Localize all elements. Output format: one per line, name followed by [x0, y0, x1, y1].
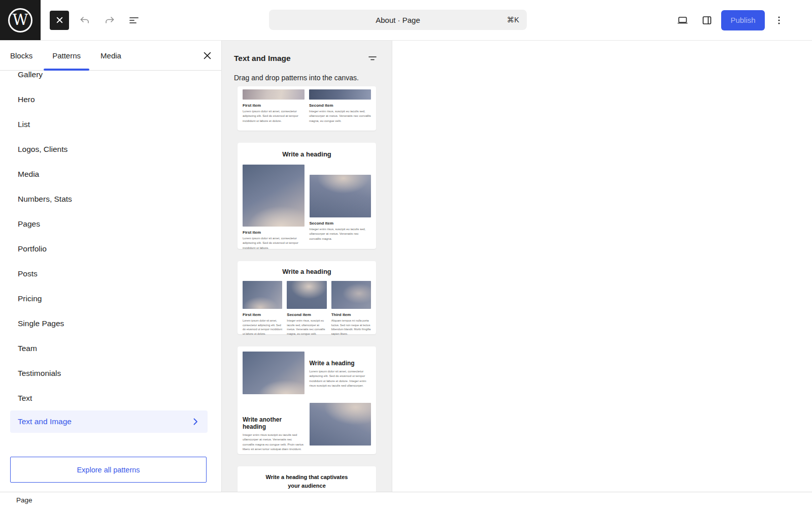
options-menu-button[interactable]	[769, 10, 789, 30]
category-text[interactable]: Text	[0, 386, 221, 410]
pattern-preview-image	[287, 281, 326, 309]
redo-icon	[104, 14, 116, 26]
kebab-menu-icon	[773, 14, 785, 26]
category-team[interactable]: Team	[0, 336, 221, 361]
category-posts[interactable]: Posts	[0, 261, 221, 286]
close-icon	[55, 16, 64, 24]
pattern-card-heading-three-columns[interactable]: Write a heading First item Lorem ipsum d…	[238, 261, 376, 334]
pattern-preview-image	[243, 165, 304, 227]
pattern-preview-image	[243, 352, 304, 394]
patterns-panel-header: Text and Image Drag and drop patterns in…	[222, 41, 392, 82]
preview-heading: Write a heading	[243, 268, 371, 275]
preview-item-text: Aliquam tempus mi nulla porta luctus. Se…	[331, 319, 371, 336]
settings-panel-toggle[interactable]	[697, 10, 717, 30]
editor-footer: Page	[0, 492, 812, 508]
patterns-panel-subtitle: Drag and drop patterns into the canvas.	[234, 74, 380, 82]
category-text-and-image-selected[interactable]: Text and Image	[10, 410, 208, 433]
redo-button[interactable]	[99, 10, 120, 30]
patterns-panel-title: Text and Image	[234, 54, 291, 63]
preview-heading: Write a heading	[243, 150, 371, 158]
pattern-preview-image	[243, 89, 304, 100]
command-shortcut: ⌘K	[507, 16, 519, 24]
preview-heading: Write a heading that captivates your aud…	[261, 473, 353, 490]
editor-window: W Abou	[0, 0, 812, 508]
editor-canvas[interactable]	[392, 41, 812, 492]
category-pricing[interactable]: Pricing	[0, 286, 221, 311]
topbar-right-cluster: Publish	[672, 0, 789, 40]
document-overview-button[interactable]	[124, 10, 144, 30]
pattern-category-list: Gallery Hero List Logos, Clients Media N…	[0, 71, 221, 492]
preview-item-text: Lorem ipsum dolor sit amet, consectetur …	[243, 319, 282, 336]
pattern-preview-image	[243, 281, 282, 309]
undo-icon	[79, 14, 91, 26]
category-portfolio[interactable]: Portfolio	[0, 236, 221, 261]
top-toolbar: W Abou	[0, 0, 812, 41]
category-gallery[interactable]: Gallery	[0, 71, 221, 87]
pattern-card-alternating-rows[interactable]: Write a heading Lorem ipsum dolor sit am…	[238, 346, 376, 454]
pattern-preview-image	[331, 281, 371, 309]
preview-item-heading: Second item	[310, 221, 371, 226]
category-list[interactable]: List	[0, 112, 221, 137]
category-media[interactable]: Media	[0, 162, 221, 186]
preview-item-text: Lorem ipsum dolor sit amet, consectetur …	[243, 109, 304, 123]
list-view-icon	[128, 14, 140, 26]
tab-patterns[interactable]: Patterns	[44, 41, 89, 70]
preview-item-heading: First item	[243, 312, 282, 317]
close-sidebar-button[interactable]	[199, 47, 215, 64]
editor-body: Blocks Patterns Media Gallery Hero List …	[0, 41, 812, 492]
sidebar-panel-icon	[701, 14, 713, 26]
preview-item-text: Integer enim risus, suscipit eu iaculis …	[309, 109, 371, 123]
preview-item-text: Lorem ipsum dolor sit amet, consectetur …	[243, 236, 304, 250]
pattern-preview-image	[309, 89, 371, 100]
filter-patterns-button[interactable]	[365, 51, 380, 66]
category-logos-clients[interactable]: Logos, Clients	[0, 137, 221, 162]
patterns-panel: Text and Image Drag and drop patterns in…	[222, 41, 392, 492]
tab-media[interactable]: Media	[92, 41, 130, 70]
close-inserter-button[interactable]	[50, 11, 69, 30]
document-title: About · Page	[376, 16, 420, 24]
explore-all-patterns-button[interactable]: Explore all patterns	[10, 457, 207, 483]
category-numbers-stats[interactable]: Numbers, Stats	[0, 186, 221, 211]
preview-heading: Write another heading	[243, 416, 304, 430]
laptop-icon	[676, 14, 689, 26]
pattern-preview-image	[310, 175, 371, 217]
pattern-preview-image	[310, 403, 371, 446]
selected-category-label: Text and Image	[18, 417, 72, 426]
chevron-right-icon	[190, 417, 200, 427]
preview-item-text: Integer enim risus, suscipit eu iaculis …	[310, 227, 371, 241]
wordpress-logo-icon: W	[8, 8, 32, 33]
category-testimonials[interactable]: Testimonials	[0, 361, 221, 386]
preview-item-text: Lorem ipsum dolor sit amet, consectetur …	[310, 369, 371, 388]
pattern-card-big-heading[interactable]: Write a heading that captivates your aud…	[238, 466, 376, 492]
pattern-card-heading-two-images[interactable]: Write a heading First item Lorem ipsum d…	[238, 143, 376, 249]
preview-heading: Write a heading	[310, 360, 371, 367]
inserter-tabs: Blocks Patterns Media	[0, 41, 221, 71]
preview-item-text: Integer enim risus, suscipit eu iaculis …	[287, 319, 326, 336]
category-hero[interactable]: Hero	[0, 87, 221, 112]
preview-item-heading: Second item	[287, 312, 326, 317]
preview-item-text: Integer enim risus suscipit eu iaculis s…	[243, 433, 304, 452]
view-button[interactable]	[672, 10, 693, 30]
preview-item-heading: First item	[243, 230, 304, 235]
preview-item-heading: Second item	[309, 103, 371, 108]
command-palette[interactable]: About · Page ⌘K	[269, 10, 527, 30]
preview-item-heading: First item	[243, 103, 304, 108]
pattern-results-list: First item Lorem ipsum dolor sit amet, c…	[222, 82, 392, 492]
preview-item-heading: Third item	[331, 312, 371, 317]
tab-blocks[interactable]: Blocks	[2, 41, 41, 70]
category-single-pages[interactable]: Single Pages	[0, 311, 221, 336]
breadcrumb-page[interactable]: Page	[16, 496, 32, 504]
wordpress-logo: W	[0, 0, 41, 40]
undo-button[interactable]	[75, 10, 95, 30]
filter-icon	[366, 52, 379, 65]
pattern-card-two-columns[interactable]: First item Lorem ipsum dolor sit amet, c…	[238, 86, 376, 131]
publish-button[interactable]: Publish	[721, 10, 765, 30]
inserter-sidebar: Blocks Patterns Media Gallery Hero List …	[0, 41, 222, 492]
close-icon	[202, 51, 212, 60]
category-pages[interactable]: Pages	[0, 211, 221, 236]
